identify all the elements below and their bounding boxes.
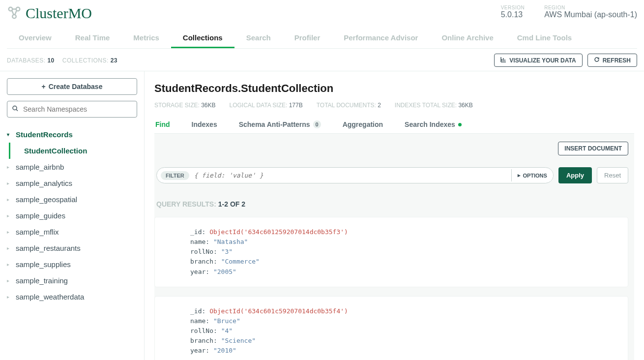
sidebar-item-sample_restaurants[interactable]: ▸sample_restaurants — [7, 240, 137, 256]
tab-find[interactable]: Find — [154, 118, 171, 133]
sidebar-item-sample_airbnb[interactable]: ▸sample_airbnb — [7, 159, 137, 175]
filter-box: FILTER ▸ OPTIONS — [156, 167, 554, 183]
document-card[interactable]: _id: ObjectId('634c601c59207014dc0b35f4'… — [154, 296, 628, 360]
tab-metrics[interactable]: Metrics — [121, 29, 171, 48]
doc-field-year: year: "2005" — [190, 267, 618, 277]
caret-right-icon: ▸ — [7, 229, 12, 235]
main-tabs: OverviewReal TimeMetricsCollectionsSearc… — [7, 29, 637, 49]
tab-search-indexes[interactable]: Search Indexes — [404, 118, 463, 133]
cluster-icon — [7, 5, 22, 22]
visualize-button[interactable]: VISUALIZE YOUR DATA — [494, 54, 582, 67]
doc-field-_id: _id: ObjectId('634c601c59207014dc0b35f4'… — [190, 306, 618, 316]
sidebar-item-sample_geospatial[interactable]: ▸sample_geospatial — [7, 191, 137, 208]
query-panel: INSERT DOCUMENT FILTER ▸ OPTIONS Apply R… — [154, 134, 634, 360]
plus-icon: + — [42, 83, 46, 90]
chart-icon — [500, 57, 506, 64]
doc-field-year: year: "2010" — [190, 346, 618, 356]
tab-indexes[interactable]: Indexes — [191, 118, 218, 133]
databases-label: DATABASES: — [7, 57, 46, 64]
content: StudentRecords.StudentCollection STORAGE… — [145, 71, 644, 360]
schema-badge: 0 — [313, 120, 321, 128]
caret-right-icon: ▸ — [7, 197, 12, 202]
collection-stats: STORAGE SIZE: 36KBLOGICAL DATA SIZE: 177… — [154, 102, 634, 109]
caret-right-icon: ▸ — [7, 294, 12, 300]
sidebar: + Create Database ▾StudentRecordsStudent… — [0, 71, 145, 360]
doc-field-rollno: rollNo: "3" — [190, 247, 618, 257]
caret-right-icon: ▸ — [7, 213, 12, 218]
sidebar-item-label: sample_supplies — [16, 260, 71, 269]
filter-input[interactable] — [192, 168, 512, 183]
doc-field-branch: branch: "Science" — [190, 336, 618, 346]
search-icon — [12, 105, 19, 114]
doc-field-_id: _id: ObjectId('634c601259207014dc0b35f3'… — [190, 227, 618, 237]
version-value: 5.0.13 — [501, 10, 525, 19]
stat-storage-size-: STORAGE SIZE: 36KB — [154, 102, 216, 109]
insert-document-button[interactable]: INSERT DOCUMENT — [558, 142, 628, 155]
reset-button[interactable]: Reset — [597, 167, 628, 183]
caret-down-icon: ▾ — [7, 132, 12, 137]
tab-performance-advisor[interactable]: Performance Advisor — [332, 29, 430, 48]
svg-point-2 — [12, 14, 16, 18]
filter-pill: FILTER — [161, 171, 189, 180]
tab-overview[interactable]: Overview — [7, 29, 63, 48]
refresh-button[interactable]: REFRESH — [587, 54, 637, 67]
sidebar-item-label: sample_training — [16, 276, 68, 285]
sidebar-item-label: sample_geospatial — [16, 195, 77, 204]
sidebar-item-sample_guides[interactable]: ▸sample_guides — [7, 208, 137, 224]
collection-title: StudentRecords.StudentCollection — [154, 82, 634, 95]
header-meta: VERSION 5.0.13 REGION AWS Mumbai (ap-sou… — [501, 5, 637, 19]
apply-button[interactable]: Apply — [558, 167, 592, 183]
caret-right-icon: ▸ — [7, 164, 12, 170]
sidebar-item-studentrecords[interactable]: ▾StudentRecords — [7, 126, 137, 143]
sidebar-item-sample_weatherdata[interactable]: ▸sample_weatherdata — [7, 289, 137, 305]
stat-logical-data-size-: LOGICAL DATA SIZE: 177B — [230, 102, 303, 109]
svg-point-3 — [13, 106, 17, 110]
caret-right-icon: ▸ — [7, 262, 12, 267]
doc-field-branch: branch: "Commerce" — [190, 257, 618, 267]
create-database-button[interactable]: + Create Database — [7, 78, 137, 95]
query-results-label: QUERY RESULTS: 1-2 OF 2 — [154, 200, 628, 208]
caret-right-icon: ▸ — [518, 172, 521, 179]
search-indexes-dot-icon — [458, 123, 462, 126]
sidebar-item-sample_analytics[interactable]: ▸sample_analytics — [7, 175, 137, 191]
tab-online-archive[interactable]: Online Archive — [430, 29, 505, 48]
collection-sub-tabs: Find Indexes Schema Anti-Patterns 0 Aggr… — [154, 118, 634, 134]
tab-collections[interactable]: Collections — [171, 29, 234, 48]
doc-field-name: name: "Natasha" — [190, 237, 618, 247]
sidebar-item-sample_supplies[interactable]: ▸sample_supplies — [7, 256, 137, 272]
search-namespaces-input[interactable] — [7, 101, 137, 118]
tab-profiler[interactable]: Profiler — [283, 29, 332, 48]
doc-field-name: name: "Bruce" — [190, 316, 618, 326]
tab-schema-anti-patterns[interactable]: Schema Anti-Patterns 0 — [238, 118, 322, 133]
region-label: REGION — [544, 5, 637, 10]
stat-indexes-total-size-: INDEXES TOTAL SIZE: 36KB — [395, 102, 473, 109]
logo-wrap: ClusterMO — [7, 5, 92, 22]
tab-cmd-line-tools[interactable]: Cmd Line Tools — [505, 29, 584, 48]
collections-count: 23 — [111, 57, 117, 64]
sidebar-item-label: StudentRecords — [16, 130, 73, 139]
databases-count: 10 — [47, 57, 54, 64]
refresh-icon — [594, 57, 600, 64]
sidebar-item-sample_mflix[interactable]: ▸sample_mflix — [7, 224, 137, 240]
caret-right-icon: ▸ — [7, 278, 12, 283]
tab-real-time[interactable]: Real Time — [63, 29, 122, 48]
collections-label: COLLECTIONS: — [62, 57, 109, 64]
caret-right-icon: ▸ — [7, 245, 12, 251]
tab-search[interactable]: Search — [234, 29, 283, 48]
sidebar-item-label: sample_mflix — [16, 228, 59, 236]
sidebar-item-label: sample_weatherdata — [16, 293, 84, 301]
document-card[interactable]: _id: ObjectId('634c601259207014dc0b35f3'… — [154, 217, 628, 287]
sidebar-item-label: sample_airbnb — [16, 163, 64, 171]
tab-aggregation[interactable]: Aggregation — [342, 118, 384, 133]
sidebar-item-label: sample_guides — [16, 211, 65, 220]
options-button[interactable]: ▸ OPTIONS — [511, 169, 553, 181]
cluster-name[interactable]: ClusterMO — [26, 5, 92, 22]
sidebar-item-label: sample_analytics — [16, 179, 72, 187]
doc-field-rollno: rollNo: "4" — [190, 326, 618, 336]
caret-right-icon: ▸ — [7, 180, 12, 186]
region-value: AWS Mumbai (ap-south-1) — [544, 10, 637, 19]
sidebar-collection-studentcollection[interactable]: StudentCollection — [9, 143, 137, 159]
header: ClusterMO VERSION 5.0.13 REGION AWS Mumb… — [0, 0, 644, 25]
stat-total-documents-: TOTAL DOCUMENTS: 2 — [317, 102, 381, 109]
sidebar-item-sample_training[interactable]: ▸sample_training — [7, 272, 137, 289]
